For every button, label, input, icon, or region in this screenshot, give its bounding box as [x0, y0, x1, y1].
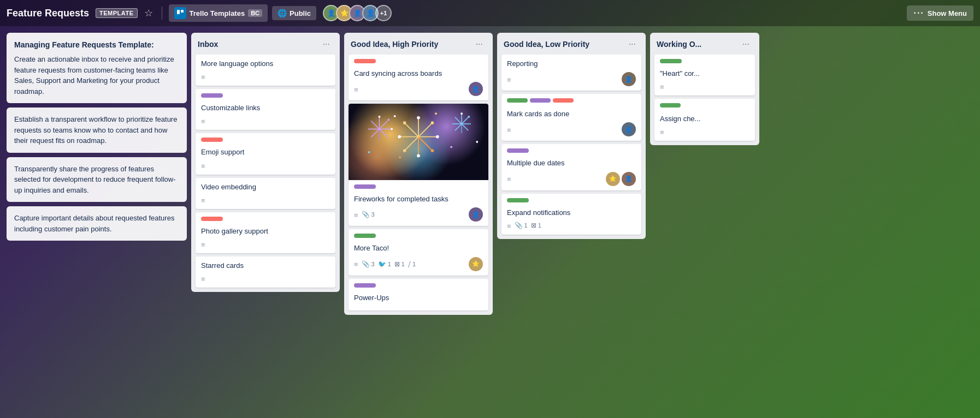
card-reporting[interactable]: Reporting ≡ 👤: [501, 55, 641, 91]
svg-line-23: [371, 129, 379, 138]
card-emoji-support[interactable]: Emoji support ≡: [196, 133, 335, 174]
lines-icon: ≡: [354, 211, 358, 219]
card-multiple-due-dates[interactable]: Multiple due dates ≡ ⭐ 👤: [501, 144, 641, 190]
card-meta: ≡: [660, 82, 749, 91]
description-card-3: Transparently share the progress of feat…: [7, 157, 187, 202]
card-customizable-links[interactable]: Customizable links ≡: [196, 89, 335, 130]
card-more-language-options[interactable]: More language options ≡: [196, 55, 335, 86]
card-fireworks-completed-tasks[interactable]: Fireworks for completed tasks ≡ 📎 3 👤: [349, 104, 488, 226]
lines-icon: ≡: [507, 222, 511, 230]
card-meta: ≡ ⭐ 👤: [507, 172, 636, 186]
member-avatars: 👤 ⭐ 👤 👤 +1: [323, 5, 392, 21]
desc-title: Managing Feature Requests Template:: [14, 39, 179, 51]
card-video-embedding[interactable]: Video embedding ≡: [196, 178, 335, 209]
card-title: Emoji support: [201, 147, 330, 157]
svg-point-28: [391, 128, 393, 130]
svg-line-34: [455, 124, 462, 130]
workspace-logo: [174, 7, 186, 19]
card-power-ups[interactable]: Power-Ups: [349, 279, 488, 310]
list-menu-button[interactable]: ···: [473, 38, 486, 50]
card-expand-notifications[interactable]: Expand notifications ≡ 📎 1 ⊠ 1: [501, 194, 641, 235]
card-starred-cards[interactable]: Starred cards ≡: [196, 256, 335, 288]
svg-point-13: [431, 149, 434, 152]
avatar: 👤: [469, 82, 483, 96]
svg-point-37: [461, 113, 463, 115]
star-button[interactable]: ☆: [142, 5, 155, 21]
checklist-icon: ⊠: [531, 222, 536, 229]
card-photo-gallery-support[interactable]: Photo gallery support ≡: [196, 212, 335, 253]
list-menu-button[interactable]: ···: [625, 38, 639, 50]
card-label-green: [660, 103, 681, 108]
avatar: ⭐: [606, 172, 620, 186]
card-avatars: 👤: [622, 122, 636, 136]
list-good-idea-low: Good Idea, Low Priority ··· Reporting ≡ …: [497, 33, 646, 239]
card-title: Video embedding: [201, 182, 330, 192]
card-avatars: 👤: [469, 82, 483, 96]
svg-point-44: [399, 157, 401, 159]
list-title-working-on: Working O...: [657, 40, 701, 49]
show-menu-button[interactable]: ··· Show Menu: [907, 5, 973, 21]
card-label-purple: [507, 148, 529, 153]
svg-line-5: [418, 137, 432, 150]
card-label-purple: [530, 98, 551, 103]
attachment-icon: 📎: [515, 222, 523, 229]
card-title: Reporting: [507, 59, 636, 69]
svg-point-42: [368, 151, 370, 153]
lines-icon: ≡: [201, 241, 205, 249]
card-assign-che[interactable]: Assign che... ≡: [654, 99, 755, 141]
list-cards-good-low: Reporting ≡ 👤 Mark cards as done ≡: [497, 55, 646, 239]
list-menu-button[interactable]: ···: [320, 38, 333, 50]
lines-icon: ≡: [660, 128, 664, 136]
attachment-number: 3: [371, 211, 375, 218]
attachment-icon: 📎: [362, 211, 370, 218]
list-menu-button[interactable]: ···: [739, 38, 753, 50]
avatar: 👤: [622, 72, 636, 86]
card-label-row: [660, 103, 749, 111]
dots-icon: ···: [913, 8, 924, 18]
card-label-green: [660, 59, 682, 63]
card-title: Expand notifications: [507, 208, 636, 218]
twitter-count: 🐦 1: [378, 260, 391, 268]
visibility-button[interactable]: 🌐 Public: [272, 6, 316, 20]
desc-paragraph-1: Create an actionable inbox to receive an…: [14, 55, 174, 95]
list-title-good-high: Good Idea, High Priority: [351, 40, 438, 49]
card-syncing-across-boards[interactable]: Card syncing across boards ≡ 👤: [349, 55, 488, 100]
checklist-count: ⊠ 1: [531, 222, 541, 229]
twitter-icon: 🐦: [378, 260, 386, 268]
avatar-plus[interactable]: +1: [375, 5, 392, 21]
attachment-count: 📎 3: [362, 260, 375, 268]
slash-icon: ⧸: [408, 260, 411, 268]
card-avatars: 👤: [469, 207, 483, 222]
svg-point-16: [398, 135, 401, 139]
list-cards-good-high: Card syncing across boards ≡ 👤: [344, 55, 493, 315]
list-working-on: Working O... ··· "Heart" cor... ≡ Assign…: [650, 33, 759, 145]
card-mark-cards-done[interactable]: Mark cards as done ≡ 👤: [501, 94, 641, 141]
svg-point-43: [476, 141, 478, 143]
lines-icon: ≡: [201, 162, 205, 170]
svg-line-25: [371, 121, 379, 129]
card-meta: ≡: [201, 240, 330, 249]
svg-point-39: [394, 115, 396, 117]
checklist-icon: ⊠: [394, 260, 400, 268]
board: Managing Feature Requests Template: Crea…: [0, 26, 980, 418]
svg-line-21: [379, 129, 387, 138]
lines-icon: ≡: [354, 260, 358, 268]
card-heart-cor[interactable]: "Heart" cor... ≡: [654, 55, 755, 95]
card-meta: ≡: [660, 127, 749, 136]
workspace-button[interactable]: Trello Templates BC: [169, 4, 268, 22]
attachment-count: 📎 1: [515, 222, 528, 229]
card-meta: ≡: [201, 274, 330, 283]
avatar: 👤: [622, 172, 636, 186]
card-title: Customizable links: [201, 103, 330, 113]
list-cards-working-on: "Heart" cor... ≡ Assign che... ≡: [650, 55, 759, 145]
workspace-badge: BC: [248, 9, 262, 17]
card-meta: ≡: [201, 72, 330, 81]
list-header-good-high: Good Idea, High Priority ···: [344, 33, 493, 55]
card-label-purple: [354, 283, 376, 288]
card-meta: ≡ 📎 1 ⊠ 1: [507, 221, 636, 230]
board-title: Feature Requests: [7, 8, 89, 19]
lines-icon: ≡: [201, 117, 205, 126]
list-good-idea-high: Good Idea, High Priority ··· Card syncin…: [344, 33, 493, 315]
card-more-taco[interactable]: More Taco! ≡ 📎 3 🐦 1 ⊠ 1: [349, 229, 488, 275]
card-meta: ≡ 👤: [507, 72, 636, 86]
